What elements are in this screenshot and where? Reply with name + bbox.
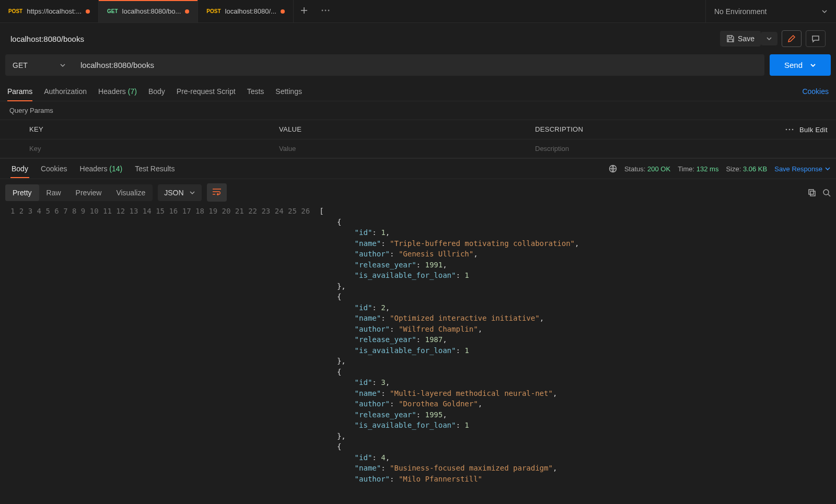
tab-label: localhost:8080/... [225, 7, 276, 15]
request-subtabs: ParamsAuthorizationHeaders (7)BodyPre-re… [0, 82, 836, 101]
view-mode-preview[interactable]: Preview [68, 184, 109, 201]
description-input[interactable]: Description [528, 139, 773, 158]
request-tab[interactable]: POST localhost:8080/... [198, 0, 294, 22]
save-response-button[interactable]: Save Response [774, 165, 831, 173]
pencil-icon [787, 34, 796, 43]
column-key: KEY [0, 120, 272, 139]
request-subtab-pre-request-script[interactable]: Pre-request Script [177, 82, 236, 101]
request-subtab-authorization[interactable]: Authorization [44, 82, 87, 101]
http-method-select[interactable]: GET [5, 54, 73, 76]
chevron-down-icon [825, 166, 831, 172]
tab-overflow-button[interactable] [315, 6, 336, 16]
request-subtab-body[interactable]: Body [148, 82, 165, 101]
request-subtab-headers[interactable]: Headers (7) [98, 82, 137, 101]
chevron-down-icon [766, 36, 772, 42]
svg-point-0 [321, 10, 323, 11]
svg-point-2 [328, 10, 329, 11]
format-label: JSON [164, 189, 183, 197]
globe-icon[interactable] [609, 165, 617, 173]
edit-button[interactable] [782, 30, 802, 47]
request-header: localhost:8080/books Save [0, 23, 836, 54]
view-mode-pretty[interactable]: Pretty [5, 184, 39, 201]
response-meta: Status: 200 OK Time: 132 ms Size: 3.06 K… [609, 165, 831, 173]
size-label: Size: [726, 165, 741, 173]
response-subtabs: BodyCookiesHeaders (14)Test Results Stat… [0, 158, 836, 179]
params-empty-row[interactable]: Key Value Description [0, 139, 836, 158]
svg-rect-7 [809, 190, 814, 194]
response-subtab-headers[interactable]: Headers (14) [74, 159, 129, 178]
unsaved-dot [86, 9, 90, 14]
query-params-label: Query Params [0, 101, 836, 120]
status-code: 200 OK [647, 165, 670, 173]
save-icon [726, 34, 735, 43]
view-mode-raw[interactable]: Raw [39, 184, 68, 201]
svg-point-3 [786, 129, 787, 131]
wrap-lines-button[interactable] [207, 183, 227, 202]
chevron-down-icon [60, 62, 66, 68]
view-mode-visualize[interactable]: Visualize [109, 184, 153, 201]
save-button[interactable]: Save [720, 31, 761, 46]
tab-label: https://localhost:... [27, 7, 82, 15]
more-icon[interactable] [785, 125, 794, 134]
cookies-link[interactable]: Cookies [802, 87, 829, 96]
request-tab[interactable]: GET localhost:8080/bo... [99, 0, 198, 22]
key-input[interactable]: Key [0, 139, 272, 158]
response-subtab-cookies[interactable]: Cookies [34, 159, 74, 178]
request-title: localhost:8080/books [10, 34, 84, 43]
time-label: Time: [678, 165, 694, 173]
comment-icon [811, 34, 820, 43]
svg-point-1 [324, 10, 326, 11]
request-tab[interactable]: POST https://localhost:... [0, 0, 99, 22]
url-bar: GET Send [0, 54, 836, 82]
send-label: Send [784, 61, 803, 69]
copy-icon[interactable] [808, 189, 816, 197]
new-tab-button[interactable] [294, 6, 315, 16]
save-response-label: Save Response [774, 165, 822, 173]
response-subtab-test-results[interactable]: Test Results [129, 159, 181, 178]
chevron-down-icon [189, 190, 195, 196]
viewer-toolbar: PrettyRawPreviewVisualize JSON [0, 179, 836, 206]
send-button[interactable]: Send [770, 54, 831, 76]
column-description: DESCRIPTION [528, 120, 773, 139]
format-select[interactable]: JSON [158, 184, 201, 201]
column-value: VALUE [272, 120, 528, 139]
chevron-down-icon [810, 62, 816, 68]
bulk-edit-button[interactable]: Bulk Edit [799, 126, 828, 134]
method-label: GET [13, 61, 28, 69]
time-value: 132 ms [696, 165, 719, 173]
save-label: Save [738, 34, 754, 43]
unsaved-dot [281, 9, 285, 14]
save-dropdown-button[interactable] [761, 32, 777, 45]
params-table: KEY VALUE DESCRIPTION Bulk Edit Key Valu… [0, 120, 836, 158]
value-input[interactable]: Value [272, 139, 528, 158]
search-icon[interactable] [822, 189, 831, 197]
svg-point-9 [823, 190, 829, 195]
tab-method-badge: POST [206, 8, 220, 14]
params-table-header: KEY VALUE DESCRIPTION Bulk Edit [0, 120, 836, 139]
top-tab-bar: POST https://localhost:... GET localhost… [0, 0, 836, 23]
svg-rect-8 [810, 191, 815, 196]
response-subtab-body[interactable]: Body [5, 159, 34, 178]
svg-point-5 [792, 129, 794, 131]
environment-selector[interactable]: No Environment [705, 0, 836, 22]
tab-method-badge: GET [107, 8, 118, 14]
comments-button[interactable] [806, 30, 826, 47]
request-subtab-tests[interactable]: Tests [247, 82, 264, 101]
url-input[interactable] [73, 54, 764, 76]
tab-label: localhost:8080/bo... [122, 7, 181, 15]
tab-method-badge: POST [8, 8, 22, 14]
status-label: Status: [624, 165, 645, 173]
environment-label: No Environment [714, 7, 767, 16]
chevron-down-icon [821, 8, 828, 15]
request-subtab-settings[interactable]: Settings [275, 82, 302, 101]
request-subtab-params[interactable]: Params [7, 82, 32, 101]
size-value: 3.06 KB [743, 165, 767, 173]
svg-point-4 [789, 129, 791, 131]
unsaved-dot [185, 9, 189, 14]
response-body-viewer[interactable]: 1 2 3 4 5 6 7 8 9 10 11 12 13 14 15 16 1… [0, 206, 836, 486]
